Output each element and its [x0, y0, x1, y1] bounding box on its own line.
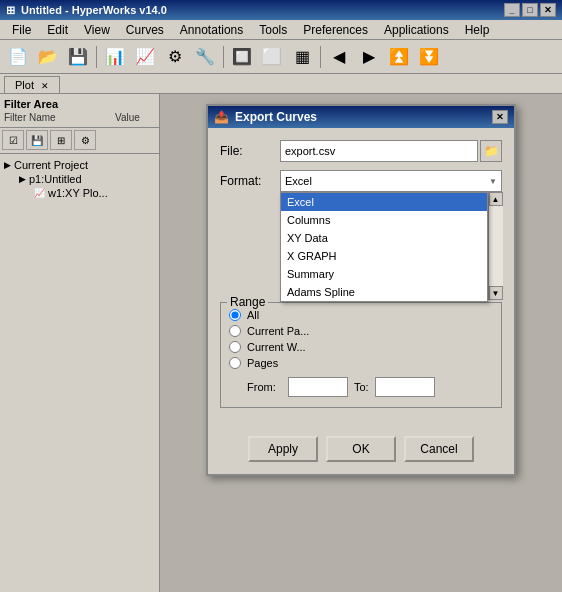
toolbar: 📄 📂 💾 📊 📈 ⚙ 🔧 🔲 ⬜ ▦ ◀ ▶ ⏫ ⏬	[0, 40, 562, 74]
dialog-close-button[interactable]: ✕	[492, 110, 508, 124]
radio-current-page[interactable]	[229, 325, 241, 337]
radio-current-page-row: Current Pa...	[229, 325, 493, 337]
from-to-section: From: To:	[229, 373, 493, 401]
file-input[interactable]	[280, 140, 478, 162]
menu-curves[interactable]: Curves	[118, 21, 172, 39]
menu-help[interactable]: Help	[457, 21, 498, 39]
sidebar-checkbox-btn[interactable]: ☑	[2, 130, 24, 150]
format-dropdown-container: Excel ▼ Excel Columns XY Data X GRAPH Su…	[280, 170, 502, 192]
dialog-title: Export Curves	[235, 110, 317, 124]
toolbar-btn-2[interactable]: 📈	[131, 44, 159, 70]
toolbar-btn-7[interactable]: ▦	[288, 44, 316, 70]
filter-header-row: Filter Name Value	[4, 112, 155, 123]
browse-button[interactable]: 📁	[480, 140, 502, 162]
toolbar-btn-3[interactable]: ⚙	[161, 44, 189, 70]
format-option-columns[interactable]: Columns	[281, 211, 487, 229]
format-option-xydata[interactable]: XY Data	[281, 229, 487, 247]
close-button[interactable]: ✕	[540, 3, 556, 17]
format-dropdown[interactable]: Excel ▼	[280, 170, 502, 192]
content-area: 📤 Export Curves ✕ File: 📁 Format:	[160, 94, 562, 592]
toolbar-btn-9[interactable]: ⏬	[415, 44, 443, 70]
toolbar-btn-save[interactable]: 💾	[64, 44, 92, 70]
toolbar-sep-3	[320, 46, 321, 68]
range-label: Range	[227, 295, 268, 309]
dialog-icon: 📤	[214, 110, 229, 124]
toolbar-btn-6[interactable]: ⬜	[258, 44, 286, 70]
radio-current-window[interactable]	[229, 341, 241, 353]
tree-item-page[interactable]: ▶ p1:Untitled	[4, 172, 155, 186]
toolbar-sep-2	[223, 46, 224, 68]
toolbar-sep-1	[96, 46, 97, 68]
radio-all-row: All	[229, 309, 493, 321]
radio-all-label: All	[247, 309, 259, 321]
format-option-xgraph[interactable]: X GRAPH	[281, 247, 487, 265]
tree-item-chart-label: w1:XY Plo...	[48, 187, 108, 199]
toolbar-btn-4[interactable]: 🔧	[191, 44, 219, 70]
modal-overlay: 📤 Export Curves ✕ File: 📁 Format:	[160, 94, 562, 592]
chart-icon: 📈	[34, 188, 45, 198]
tree-item-project[interactable]: ▶ Current Project	[4, 158, 155, 172]
menu-tools[interactable]: Tools	[251, 21, 295, 39]
format-option-adams[interactable]: Adams Spline	[281, 283, 487, 301]
radio-pages-label: Pages	[247, 357, 278, 369]
sidebar-settings-btn[interactable]: ⚙	[74, 130, 96, 150]
file-row: File: 📁	[220, 140, 502, 162]
tree-expand-icon-project: ▶	[4, 160, 11, 170]
dialog-body: File: 📁 Format: Excel ▼	[208, 128, 514, 428]
radio-current-window-row: Current W...	[229, 341, 493, 353]
tree-area: ▶ Current Project ▶ p1:Untitled 📈 w1:XY …	[0, 154, 159, 592]
format-dropdown-list[interactable]: Excel Columns XY Data X GRAPH Summary Ad…	[280, 192, 488, 302]
scroll-up-button[interactable]: ▲	[489, 192, 503, 206]
format-label: Format:	[220, 174, 280, 188]
menu-view[interactable]: View	[76, 21, 118, 39]
tab-plot[interactable]: Plot ✕	[4, 76, 60, 93]
radio-current-page-label: Current Pa...	[247, 325, 309, 337]
tree-expand-icon-page: ▶	[19, 174, 26, 184]
toolbar-btn-open[interactable]: 📂	[34, 44, 62, 70]
range-section: Range All Current Pa...	[220, 302, 502, 408]
toolbar-btn-new[interactable]: 📄	[4, 44, 32, 70]
format-row: Format: Excel ▼ Excel Columns XY Data	[220, 170, 502, 192]
title-bar: ⊞ Untitled - HyperWorks v14.0 _ □ ✕	[0, 0, 562, 20]
toolbar-btn-8[interactable]: ⏫	[385, 44, 413, 70]
menu-applications[interactable]: Applications	[376, 21, 457, 39]
toolbar-btn-5[interactable]: 🔲	[228, 44, 256, 70]
radio-all[interactable]	[229, 309, 241, 321]
app-title: Untitled - HyperWorks v14.0	[21, 4, 167, 16]
format-option-excel[interactable]: Excel	[281, 193, 487, 211]
apply-button[interactable]: Apply	[248, 436, 318, 462]
tree-item-chart[interactable]: 📈 w1:XY Plo...	[4, 186, 155, 200]
menu-annotations[interactable]: Annotations	[172, 21, 251, 39]
ok-button[interactable]: OK	[326, 436, 396, 462]
radio-pages-row: Pages	[229, 357, 493, 369]
file-label: File:	[220, 144, 280, 158]
toolbar-btn-arrow-left[interactable]: ◀	[325, 44, 353, 70]
format-selected-text: Excel	[285, 175, 312, 187]
main-area: Filter Area Filter Name Value ☑ 💾 ⊞ ⚙ ▶ …	[0, 94, 562, 592]
tab-close-button[interactable]: ✕	[41, 81, 49, 91]
app-icon: ⊞	[6, 4, 15, 17]
toolbar-btn-arrow-right[interactable]: ▶	[355, 44, 383, 70]
export-curves-dialog: 📤 Export Curves ✕ File: 📁 Format:	[206, 104, 516, 476]
radio-current-window-label: Current W...	[247, 341, 306, 353]
scroll-down-button[interactable]: ▼	[489, 286, 503, 300]
menu-edit[interactable]: Edit	[39, 21, 76, 39]
maximize-button[interactable]: □	[522, 3, 538, 17]
menu-file[interactable]: File	[4, 21, 39, 39]
dropdown-scrollbar: ▲ ▼	[488, 192, 502, 300]
toolbar-btn-1[interactable]: 📊	[101, 44, 129, 70]
filter-section: Filter Area Filter Name Value	[0, 94, 159, 128]
cancel-button[interactable]: Cancel	[404, 436, 474, 462]
from-input[interactable]	[288, 377, 348, 397]
menu-preferences[interactable]: Preferences	[295, 21, 376, 39]
sidebar-expand-btn[interactable]: ⊞	[50, 130, 72, 150]
minimize-button[interactable]: _	[504, 3, 520, 17]
dialog-buttons: Apply OK Cancel	[208, 428, 514, 474]
to-input[interactable]	[375, 377, 435, 397]
format-option-summary[interactable]: Summary	[281, 265, 487, 283]
sidebar: Filter Area Filter Name Value ☑ 💾 ⊞ ⚙ ▶ …	[0, 94, 160, 592]
menu-bar: File Edit View Curves Annotations Tools …	[0, 20, 562, 40]
sidebar-save-btn[interactable]: 💾	[26, 130, 48, 150]
filter-value-header: Value	[115, 112, 155, 123]
radio-pages[interactable]	[229, 357, 241, 369]
